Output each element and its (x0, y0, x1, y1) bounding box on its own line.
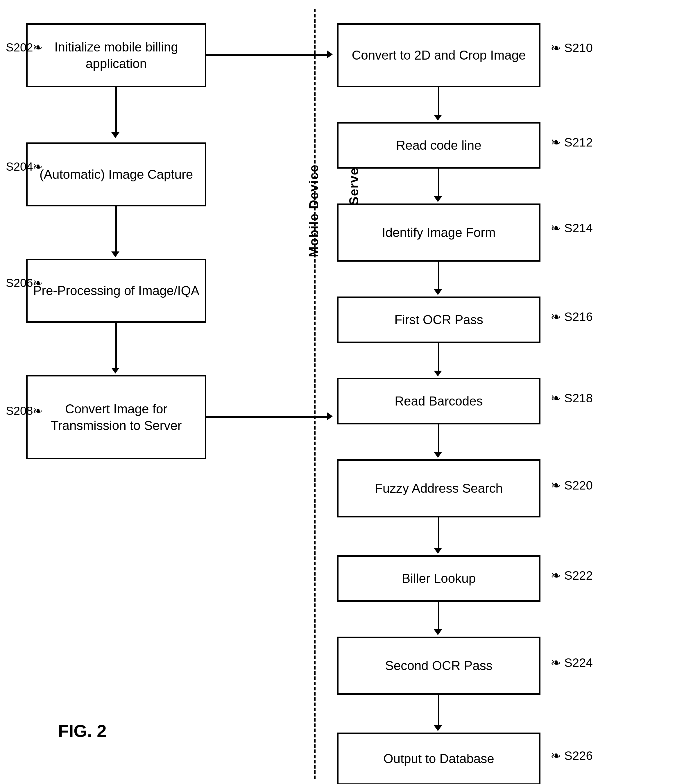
arrow-s222-s224 (438, 602, 439, 631)
arrow-s214-s216 (438, 261, 439, 291)
divider-line (314, 9, 315, 779)
box-s208: Convert Image for Transmission to Server (26, 375, 206, 459)
label-s218: ❧ S218 (551, 391, 593, 405)
arrowhead-s224-s226 (434, 725, 442, 731)
arrowhead-s212-s214 (434, 196, 442, 202)
box-s202: Initialize mobile billing application (26, 23, 206, 87)
label-s222: ❧ S222 (551, 568, 593, 583)
box-s220: Fuzzy Address Search (337, 459, 540, 518)
box-s224: Second OCR Pass (337, 636, 540, 695)
arrowhead-s202-s204 (111, 132, 119, 138)
label-s220: ❧ S220 (551, 478, 593, 492)
label-s210: ❧ S210 (551, 41, 593, 55)
box-s216: First OCR Pass (337, 297, 540, 343)
arrow-s208-right (206, 416, 331, 418)
arrow-s216-s218 (438, 343, 439, 372)
box-s206: Pre-Processing of Image/IQA (26, 259, 206, 323)
arrow-s224-s226 (438, 695, 439, 727)
box-s226: Output to Database (337, 733, 540, 784)
label-s216: ❧ S216 (551, 310, 593, 324)
box-s218: Read Barcodes (337, 378, 540, 425)
arrowhead-s206-s208 (111, 368, 119, 373)
label-s206: S206❧ (6, 276, 43, 289)
arrow-s218-s220 (438, 425, 439, 453)
box-s214: Identify Image Form (337, 204, 540, 261)
label-s204: S204❧ (6, 160, 43, 173)
arrowhead-s214-s216 (434, 289, 442, 295)
arrowhead-s222-s224 (434, 629, 442, 635)
arrowhead-s220-s222 (434, 548, 442, 554)
arrowhead-s216-s218 (434, 371, 442, 376)
box-s222: Biller Lookup (337, 555, 540, 602)
arrowhead-s204-s206 (111, 252, 119, 257)
arrow-s210-s212 (438, 87, 439, 116)
label-s226: ❧ S226 (551, 748, 593, 763)
arrowhead-s210-s212 (434, 115, 442, 121)
label-s214: ❧ S214 (551, 221, 593, 235)
arrowhead-s208-right (327, 412, 333, 420)
label-s212: ❧ S212 (551, 135, 593, 149)
label-s224: ❧ S224 (551, 655, 593, 670)
box-s204: (Automatic) Image Capture (26, 142, 206, 206)
arrowhead-s218-s220 (434, 452, 442, 458)
figure-label: FIG. 2 (58, 721, 107, 741)
arrow-s202-s204 (115, 87, 117, 134)
arrow-s206-s208 (115, 323, 117, 369)
box-s212: Read code line (337, 122, 540, 169)
label-s208: S208❧ (6, 404, 43, 417)
arrow-s202-right (206, 54, 331, 56)
arrow-s220-s222 (438, 518, 439, 549)
label-s202: S202❧ (6, 41, 43, 54)
arrow-s204-s206 (115, 206, 117, 253)
mobile-device-label: Mobile Device (307, 164, 321, 257)
arrowhead-s202-right (327, 50, 333, 58)
arrow-s212-s214 (438, 169, 439, 198)
diagram: Initialize mobile billing application S2… (0, 0, 675, 784)
box-s210: Convert to 2D and Crop Image (337, 23, 540, 87)
